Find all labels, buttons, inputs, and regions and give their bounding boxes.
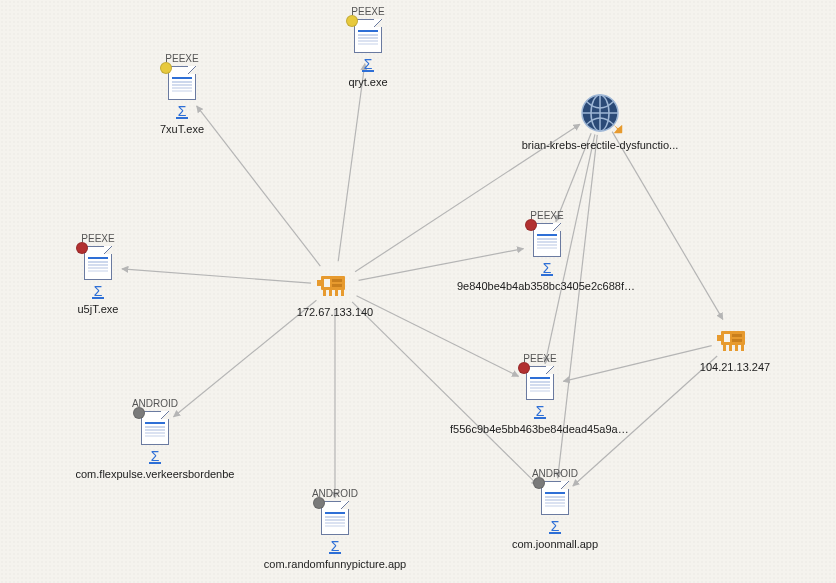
sigma-icon[interactable]: Σ	[176, 105, 189, 119]
status-dot	[346, 15, 358, 27]
svg-rect-11	[732, 334, 742, 337]
svg-rect-12	[732, 339, 742, 342]
svg-rect-14	[723, 345, 726, 351]
file-type-tag: ANDROID	[512, 468, 598, 479]
edge	[338, 64, 365, 261]
sigma-icon[interactable]: Σ	[549, 520, 562, 534]
node-label: u5jT.exe	[78, 303, 119, 315]
file-icon	[84, 246, 112, 280]
node-exe_7xut[interactable]: PEEXEΣ7xuT.exe	[92, 53, 272, 137]
file-icon	[141, 411, 169, 445]
edge	[122, 269, 311, 283]
svg-rect-7	[335, 290, 338, 296]
svg-rect-2	[332, 279, 342, 282]
node-apk_flex[interactable]: ANDROIDΣcom.flexpulse.verkeersbordenbe	[65, 398, 245, 482]
globe-icon	[580, 93, 620, 133]
node-label: qryt.exe	[348, 76, 387, 88]
node-label: 172.67.133.140	[297, 306, 373, 318]
edge	[197, 106, 321, 266]
svg-rect-6	[329, 290, 332, 296]
nic-icon	[317, 270, 353, 300]
node-ip_right[interactable]: 104.21.13.247	[645, 325, 825, 375]
svg-rect-4	[317, 280, 321, 286]
node-hash_9e8[interactable]: PEEXEΣ9e840be4b4ab358bc3405e2c688f3ab...	[457, 210, 637, 294]
node-label: 104.21.13.247	[700, 361, 770, 373]
node-hit[interactable]: PEEXEΣu5jT.exe	[78, 233, 119, 315]
graph-canvas[interactable]: 172.67.133.140 104.21.13.247	[0, 0, 836, 583]
node-label: f556c9b4e5bb463be84dead45a9aedc...	[450, 423, 630, 435]
node-hit[interactable]: ANDROIDΣcom.joonmall.app	[512, 468, 598, 550]
node-hit[interactable]: PEEXEΣqryt.exe	[348, 6, 387, 88]
status-dot	[76, 242, 88, 254]
node-hit[interactable]: 104.21.13.247	[700, 325, 770, 373]
svg-rect-13	[717, 335, 721, 341]
sigma-icon[interactable]: Σ	[362, 58, 375, 72]
edge-layer	[0, 0, 836, 583]
node-hash_f55[interactable]: PEEXEΣf556c9b4e5bb463be84dead45a9aedc...	[450, 353, 630, 437]
svg-rect-16	[735, 345, 738, 351]
file-icon	[321, 501, 349, 535]
svg-rect-10	[724, 334, 730, 342]
sigma-icon[interactable]: Σ	[541, 262, 554, 276]
svg-rect-17	[741, 345, 744, 351]
file-type-tag: ANDROID	[264, 488, 406, 499]
file-type-tag: PEEXE	[450, 353, 630, 364]
sigma-icon[interactable]: Σ	[534, 405, 547, 419]
file-icon	[541, 481, 569, 515]
sigma-icon[interactable]: Σ	[149, 450, 162, 464]
node-exe_u5jt[interactable]: PEEXEΣu5jT.exe	[8, 233, 188, 317]
node-label: brian-krebs-erectile-dysfunctio...	[522, 139, 679, 151]
node-label: com.randomfunnypicture.app	[264, 558, 406, 570]
svg-rect-5	[323, 290, 326, 296]
node-hit[interactable]: 172.67.133.140	[297, 270, 373, 318]
status-dot	[525, 219, 537, 231]
svg-rect-15	[729, 345, 732, 351]
status-dot	[313, 497, 325, 509]
status-dot	[133, 407, 145, 419]
node-hit[interactable]: PEEXEΣ7xuT.exe	[160, 53, 204, 135]
file-type-tag: ANDROID	[76, 398, 235, 409]
node-label: 7xuT.exe	[160, 123, 204, 135]
node-hit[interactable]: ANDROIDΣcom.randomfunnypicture.app	[264, 488, 406, 570]
node-hit[interactable]: ANDROIDΣcom.flexpulse.verkeersbordenbe	[76, 398, 235, 480]
file-icon	[526, 366, 554, 400]
svg-rect-1	[324, 279, 330, 287]
node-hit[interactable]: PEEXEΣ9e840be4b4ab358bc3405e2c688f3ab...	[457, 210, 637, 292]
node-ip_main[interactable]: 172.67.133.140	[245, 270, 425, 320]
file-type-tag: PEEXE	[457, 210, 637, 221]
node-domain[interactable]: brian-krebs-erectile-dysfunctio...	[510, 93, 690, 153]
node-hit[interactable]: PEEXEΣf556c9b4e5bb463be84dead45a9aedc...	[450, 353, 630, 435]
node-label: com.flexpulse.verkeersbordenbe	[76, 468, 235, 480]
node-apk_rand[interactable]: ANDROIDΣcom.randomfunnypicture.app	[245, 488, 425, 572]
node-hit[interactable]: brian-krebs-erectile-dysfunctio...	[522, 93, 679, 151]
file-icon	[168, 66, 196, 100]
node-label: 9e840be4b4ab358bc3405e2c688f3ab...	[457, 280, 637, 292]
node-apk_joon[interactable]: ANDROIDΣcom.joonmall.app	[465, 468, 645, 552]
svg-rect-8	[341, 290, 344, 296]
node-exe_qryt[interactable]: PEEXEΣqryt.exe	[278, 6, 458, 90]
status-dot	[518, 362, 530, 374]
sigma-icon[interactable]: Σ	[329, 540, 342, 554]
nic-icon	[717, 325, 753, 355]
status-dot	[533, 477, 545, 489]
svg-rect-3	[332, 284, 342, 287]
file-icon	[354, 19, 382, 53]
status-dot	[160, 62, 172, 74]
file-icon	[533, 223, 561, 257]
sigma-icon[interactable]: Σ	[92, 285, 105, 299]
node-label: com.joonmall.app	[512, 538, 598, 550]
